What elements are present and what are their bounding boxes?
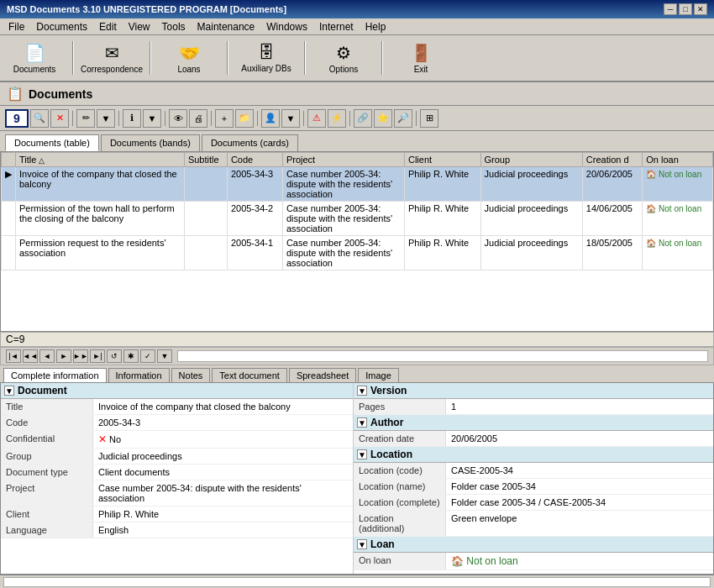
tab-bands[interactable]: Documents (bands) — [101, 134, 200, 151]
menu-item-internet[interactable]: Internet — [314, 19, 359, 34]
version-section-toggle[interactable]: ▼ — [357, 386, 367, 396]
row-code: 2005-34-3 — [227, 167, 282, 202]
row-title: Permission request to the residents' ass… — [16, 236, 185, 270]
row-client: Philip R. White — [404, 167, 480, 202]
col-title[interactable]: Title △ — [16, 153, 185, 167]
user-button[interactable]: 👤 — [261, 109, 280, 128]
menu-item-file[interactable]: File — [3, 19, 29, 34]
info-row: Location (additional)Green envelope — [354, 511, 713, 537]
nav-prev[interactable]: ◄ — [39, 349, 55, 363]
documents-header-title: Documents — [29, 87, 92, 101]
info-field-label: Client — [1, 507, 93, 522]
author-fields: Creation date20/06/2005 — [354, 431, 713, 447]
info-row: Confidential✕ No — [1, 431, 353, 449]
toolbar-loans[interactable]: 🤝 Loans — [160, 39, 218, 77]
close-button[interactable]: ✕ — [694, 3, 707, 15]
menu-item-edit[interactable]: Edit — [94, 19, 122, 34]
row-code: 2005-34-1 — [227, 236, 282, 270]
menu-item-tools[interactable]: Tools — [157, 19, 191, 34]
print-button[interactable]: 🖨 — [189, 109, 207, 128]
nav-check[interactable]: ✓ — [140, 349, 155, 363]
delete-button[interactable]: ✕ — [50, 109, 69, 128]
col-group[interactable]: Group — [480, 153, 582, 167]
sep4 — [211, 111, 212, 126]
user-dropdown[interactable]: ▼ — [281, 109, 300, 128]
maximize-button[interactable]: □ — [679, 3, 692, 15]
col-code[interactable]: Code — [227, 153, 282, 167]
nav-star[interactable]: ✱ — [123, 349, 139, 363]
col-creation[interactable]: Creation d — [582, 153, 642, 167]
bottom-tab-spreadsheet[interactable]: Spreadsheet — [289, 368, 356, 382]
menu-item-documents[interactable]: Documents — [31, 19, 92, 34]
auxiliary-dbs-label: Auxiliary DBs — [241, 64, 291, 73]
row-subtitle — [184, 236, 227, 270]
toolbar-options[interactable]: ⚙ Options — [314, 39, 373, 77]
star-button[interactable]: ⭐ — [374, 109, 392, 128]
info-field-value: Client documents — [93, 465, 353, 480]
edit-button[interactable]: ✏ — [76, 109, 95, 128]
info-row: Location (name)Folder case 2005-34 — [354, 479, 713, 495]
dropdown-btn[interactable]: ▼ — [97, 109, 115, 128]
table-row[interactable]: ▶ Invoice of the company that closed the… — [2, 167, 713, 202]
info-dropdown[interactable]: ▼ — [143, 109, 161, 128]
nav-next-page[interactable]: ►► — [73, 349, 88, 363]
warning-button[interactable]: ⚡ — [328, 109, 346, 128]
table-row[interactable]: Permission request to the residents' ass… — [2, 236, 713, 270]
toolbar-correspondence[interactable]: ✉ Correspondence — [82, 39, 141, 77]
version-section-title: Version — [370, 385, 407, 396]
nav-next[interactable]: ► — [56, 349, 71, 363]
toolbar-auxiliary-dbs[interactable]: 🗄 Auxiliary DBs — [237, 39, 296, 77]
tab-cards[interactable]: Documents (cards) — [202, 134, 298, 151]
col-subtitle[interactable]: Subtitle — [184, 153, 227, 167]
info-field-value: 20/06/2005 — [446, 431, 713, 446]
info-right-panel: ▼ Version Pages1 ▼ Author Creation date2… — [354, 383, 713, 574]
horizontal-scrollbar[interactable] — [3, 577, 711, 587]
col-project[interactable]: Project — [282, 153, 404, 167]
link-button[interactable]: 🔗 — [354, 109, 372, 128]
col-client[interactable]: Client — [404, 153, 480, 167]
nav-last[interactable]: ►| — [90, 349, 105, 363]
toolbar-documents[interactable]: 📄 Documents — [5, 39, 64, 77]
author-section-toggle[interactable]: ▼ — [357, 417, 367, 428]
tab-table[interactable]: Documents (table) — [5, 134, 99, 151]
nav-prev-page[interactable]: ◄◄ — [23, 349, 38, 363]
bottom-tab-information[interactable]: Information — [108, 368, 170, 382]
loan-section-toggle[interactable]: ▼ — [357, 539, 367, 549]
error-button[interactable]: ⚠ — [307, 109, 326, 128]
nav-filter[interactable]: ▼ — [157, 349, 172, 363]
bottom-tab-notes[interactable]: Notes — [171, 368, 211, 382]
menu-item-view[interactable]: View — [123, 19, 155, 34]
location-section-toggle[interactable]: ▼ — [357, 449, 367, 459]
info-field-value: Case number 2005-34: dispute with the re… — [93, 480, 353, 506]
menu-item-help[interactable]: Help — [360, 19, 391, 34]
bottom-tab-image[interactable]: Image — [358, 368, 399, 382]
magnify-button[interactable]: 🔎 — [394, 109, 412, 128]
search-button[interactable]: 🔍 — [30, 109, 49, 128]
info-field-value: 2005-34-3 — [93, 415, 353, 430]
table-row[interactable]: Permission of the town hall to perform t… — [2, 202, 713, 236]
bottom-tab-complete-info[interactable]: Complete information — [3, 368, 107, 382]
info-field-label: Group — [1, 449, 93, 464]
folder-button[interactable]: 📁 — [235, 109, 254, 128]
row-arrow: ▶ — [2, 167, 16, 202]
loans-label: Loans — [177, 65, 200, 74]
nav-refresh[interactable]: ↺ — [107, 349, 122, 363]
layout-button[interactable]: ⊞ — [420, 109, 438, 128]
menu-item-windows[interactable]: Windows — [261, 19, 312, 34]
minimize-button[interactable]: ─ — [664, 3, 677, 15]
documents-label: Documents — [13, 65, 56, 74]
secondary-toolbar: 9 🔍 ✕ ✏ ▼ ℹ ▼ 👁 🖨 + 📁 👤 ▼ ⚠ ⚡ 🔗 ⭐ 🔎 ⊞ — [0, 106, 714, 131]
bottom-tab-text-document[interactable]: Text document — [212, 368, 287, 382]
nav-scrollbar[interactable] — [177, 350, 708, 362]
nav-first[interactable]: |◄ — [6, 349, 21, 363]
info-field-label: Pages — [354, 399, 446, 414]
info-button[interactable]: ℹ — [123, 109, 141, 128]
add-button[interactable]: + — [215, 109, 234, 128]
view-button[interactable]: 👁 — [169, 109, 187, 128]
toolbar-exit[interactable]: 🚪 Exit — [391, 39, 450, 77]
document-section-toggle[interactable]: ▼ — [4, 386, 14, 396]
menu-item-maintenance[interactable]: Maintenance — [192, 19, 260, 34]
col-on-loan[interactable]: On loan — [643, 153, 713, 167]
documents-icon: 📄 — [24, 43, 45, 63]
info-row: Location (complete)Folder case 2005-34 /… — [354, 495, 713, 511]
